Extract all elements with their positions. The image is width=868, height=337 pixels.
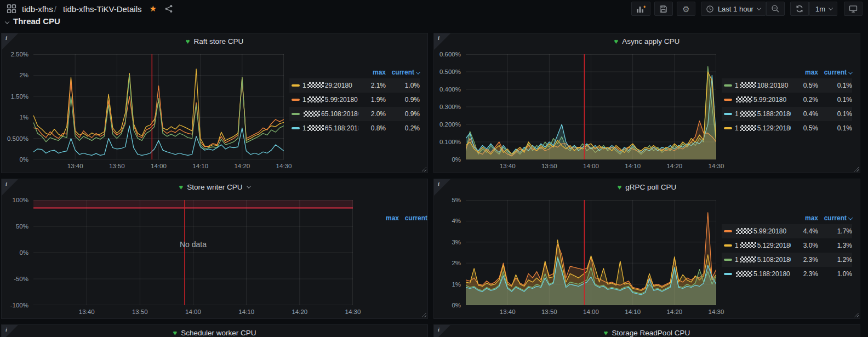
panel-info-icon[interactable]: i (2, 179, 18, 196)
series-label[interactable]: 5.188:20180 (735, 270, 791, 278)
redacted-ip (307, 82, 324, 88)
panel-info-icon[interactable]: i (2, 325, 18, 337)
legend-series-row[interactable]: 15.188:20180 0.4% 0.1% (722, 107, 852, 121)
refresh-interval-dropdown[interactable]: 1m (809, 2, 837, 16)
alert-ok-heart-icon: ♥ (173, 329, 177, 337)
toolbar: ⚙ Last 1 hour 1m (627, 2, 863, 16)
panel-title-button[interactable]: ♥ Scheduler worker CPU (2, 325, 427, 337)
row-header-thread-cpu[interactable]: Thread CPU (0, 18, 868, 32)
y-axis-tick-label: 0% (452, 156, 461, 163)
redacted-ip (740, 242, 756, 248)
series-label[interactable]: 15.188:20180 (735, 110, 791, 118)
alert-ok-heart-icon: ♥ (179, 183, 184, 191)
top-nav-bar: tidb-xfhs / tidb-xfhs-TiKV-Details ★ ⚙ (0, 0, 868, 18)
legend-series-row[interactable]: 65.108:20180 2.0% 0.9% (289, 107, 420, 121)
legend-series-row[interactable]: 165.188:20180 0.8% 0.2% (289, 121, 420, 135)
x-axis-tick-label: 14:20 (666, 309, 682, 315)
series-label[interactable]: 5.99:20180 (735, 227, 791, 235)
breadcrumb-folder[interactable]: tidb-xfhs (22, 4, 53, 14)
x-axis-tick-label: 14:00 (583, 163, 599, 169)
series-max-value: 2.3% (791, 270, 818, 278)
chart-plot-area[interactable]: 0.600%0.500%0.400%0.300%0.200%0.100%0%13… (466, 54, 716, 159)
panel-title-button[interactable]: ♥ Storage ReadPool CPU (434, 325, 860, 337)
legend-sort-current[interactable]: current (818, 214, 852, 222)
chart-plot-area[interactable]: 2.50%2%1.50%1%0.500%0%13:4013:5014:0014:… (33, 54, 284, 159)
legend-sort-current[interactable]: current (386, 68, 420, 76)
legend-series-row[interactable]: 1108:20180 0.5% 0.1% (722, 78, 852, 93)
panel-title-button[interactable]: ♥ gRPC poll CPU (434, 179, 860, 195)
legend-sort-max[interactable]: max (791, 214, 818, 222)
y-axis-tick-label: 2% (452, 260, 461, 266)
series-label[interactable]: 129:20180 (302, 82, 358, 89)
legend-series-row[interactable]: 15.129:20180 3.0% 1.3% (722, 238, 852, 253)
panel-title: Async apply CPU (622, 37, 679, 45)
series-label[interactable]: 65.108:20180 (302, 110, 358, 118)
panel-info-icon[interactable]: i (434, 33, 450, 50)
legend-sort-max[interactable]: max (358, 68, 386, 76)
chevron-down-icon (848, 215, 853, 220)
series-color-swatch (724, 259, 732, 261)
add-panel-button[interactable] (631, 2, 650, 16)
favorite-star-icon[interactable]: ★ (150, 4, 157, 14)
chevron-down-icon (829, 5, 833, 10)
legend-series-row[interactable]: 15.99:20180 1.9% 0.9% (289, 93, 420, 107)
series-current-value: 1.0% (386, 82, 420, 89)
redacted-ip (740, 125, 756, 131)
series-label[interactable]: 15.108:20180 (735, 256, 791, 264)
panel-info-icon[interactable]: i (434, 179, 450, 196)
legend-series-row[interactable]: 5.99:20180 0.2% 0.1% (722, 93, 852, 107)
series-current-value: 0.1% (818, 82, 852, 89)
dashboard-settings-button[interactable]: ⚙ (677, 2, 695, 16)
zoom-out-button[interactable] (766, 2, 785, 16)
alert-ok-heart-icon: ♥ (186, 37, 190, 45)
save-dashboard-button[interactable] (654, 2, 673, 16)
refresh-icon (795, 4, 804, 13)
y-axis-tick-label: 0.600% (439, 51, 461, 58)
series-label[interactable]: 15.99:20180 (302, 96, 358, 104)
dashboards-grid-icon[interactable] (7, 4, 16, 14)
y-axis-tick-label: 50% (16, 223, 28, 230)
panel-body: 0.600%0.500%0.400%0.300%0.200%0.100%0%13… (434, 49, 860, 172)
share-icon[interactable] (164, 4, 173, 13)
legend-series-row[interactable]: 129:20180 2.1% 1.0% (289, 78, 420, 93)
y-axis-tick-label: 2.50% (10, 51, 28, 58)
y-axis-tick-label: 100% (13, 197, 28, 203)
legend-series-row[interactable]: 5.99:20180 4.4% 1.7% (722, 224, 852, 238)
series-color-swatch (724, 99, 732, 101)
chevron-down-icon (416, 70, 420, 74)
panel-title-button[interactable]: ♥ Store writer CPU (2, 179, 427, 195)
alert-ok-heart-icon: ♥ (614, 37, 619, 45)
legend-sort-max[interactable]: max (791, 68, 818, 76)
legend-series-row[interactable]: 15.108:20180 2.3% 1.2% (722, 253, 852, 267)
panel-info-icon[interactable]: i (434, 325, 450, 337)
chart-plot-area[interactable]: No data 100%50%0%-50%-100%13:4013:5014:0… (33, 200, 353, 305)
series-label[interactable]: 15.129:20180 (735, 242, 791, 249)
series-color-swatch (292, 99, 300, 101)
series-label[interactable]: 5.99:20180 (735, 96, 791, 104)
series-label[interactable]: 165.188:20180 (302, 124, 358, 132)
panel-info-icon[interactable]: i (2, 33, 18, 50)
legend-series-row[interactable]: 15.129:20180 0.5% 0.1% (722, 121, 852, 135)
legend-series-row[interactable]: 5.188:20180 2.3% 1.0% (722, 267, 852, 281)
panel-title-button[interactable]: ♥ Raft store CPU (2, 33, 427, 49)
legend-sort-current[interactable]: current (818, 68, 852, 76)
y-axis-tick-label: 0.200% (439, 121, 461, 128)
x-axis-tick-label: 13:50 (541, 309, 557, 315)
panel-scheduler-worker-cpu: i ♥ Scheduler worker CPU (1, 324, 428, 337)
x-axis-tick-label: 14:10 (238, 309, 254, 315)
legend-rows: 5.99:20180 4.4% 1.7% 15.129:20180 3.0% 1… (722, 224, 852, 281)
time-range-picker[interactable]: Last 1 hour (701, 2, 766, 16)
legend-sort-current[interactable]: current (399, 214, 428, 222)
series-max-value: 3.0% (791, 242, 818, 249)
series-label[interactable]: 1108:20180 (735, 82, 791, 89)
cycle-view-mode-button[interactable] (844, 2, 863, 16)
y-axis-tick-label: 0% (452, 302, 461, 309)
series-label[interactable]: 15.129:20180 (735, 124, 791, 132)
refresh-button[interactable] (790, 2, 809, 16)
breadcrumb-dashboard[interactable]: tidb-xfhs-TiKV-Details (63, 4, 142, 14)
y-axis-tick-label: 0% (19, 249, 28, 256)
panel-title-button[interactable]: ♥ Async apply CPU (434, 33, 860, 49)
chart-plot-area[interactable]: 5%4%3%2%1%0%13:4013:5014:0014:1014:2014:… (466, 200, 716, 305)
legend-header-row: max current (358, 212, 420, 224)
legend-sort-max[interactable]: max (372, 214, 399, 222)
